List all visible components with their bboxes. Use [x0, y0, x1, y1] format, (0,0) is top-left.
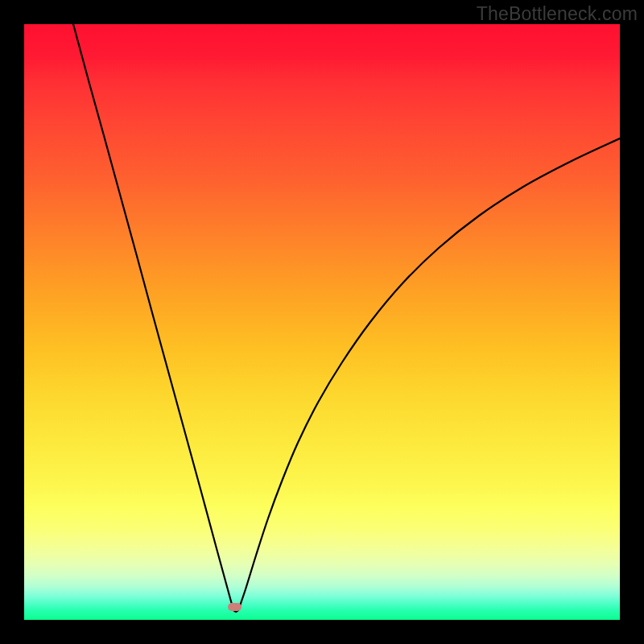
bottleneck-curve: [24, 24, 620, 620]
plot-area: [24, 24, 620, 620]
watermark-text: TheBottleneck.com: [477, 3, 638, 25]
chart-frame: TheBottleneck.com: [0, 0, 644, 644]
optimal-marker: [228, 603, 242, 611]
